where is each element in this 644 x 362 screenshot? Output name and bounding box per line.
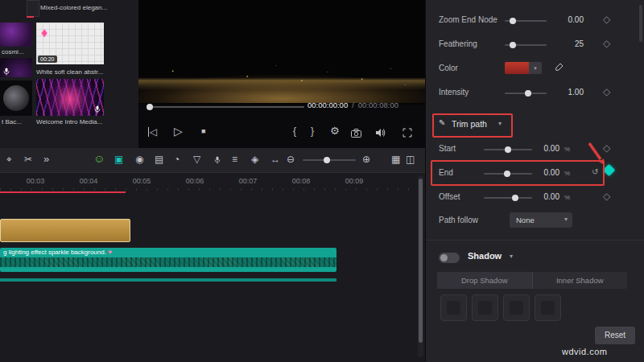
offset-slider[interactable] — [484, 197, 532, 199]
heart-icon: ♥ — [108, 249, 112, 256]
voiceover-mic-icon[interactable] — [214, 156, 221, 164]
shadow-toggle-knob — [440, 254, 448, 261]
shadow-preset[interactable] — [440, 294, 467, 321]
shadow-preset[interactable] — [535, 294, 561, 321]
property-value[interactable]: 0.00 — [532, 192, 559, 201]
audio-mixer-icon[interactable]: ≡ — [232, 154, 237, 164]
shadow-toggle[interactable] — [439, 253, 460, 263]
trim-path-label: Trim path — [452, 119, 487, 129]
media-thumbnail[interactable] — [0, 23, 32, 47]
sparkle-artwork — [138, 50, 425, 103]
volume-icon[interactable] — [375, 128, 386, 138]
crop-icon[interactable]: ▣ — [114, 154, 123, 164]
speed-icon[interactable]: ◔ — [174, 154, 180, 164]
reset-button[interactable]: Reset — [595, 327, 635, 344]
annotation-arrow — [585, 140, 611, 169]
color-swatch-dropdown[interactable]: ▾ — [505, 62, 542, 74]
reset-keyframe-icon[interactable]: ↺ — [592, 168, 598, 176]
sticker-icon[interactable]: ☺ — [93, 153, 105, 164]
color-dropdown-caret[interactable]: ▾ — [529, 62, 542, 74]
property-label: End — [439, 168, 453, 177]
media-panel: Mixed-colored elegan... cosmi... t Bac..… — [0, 0, 138, 148]
trim-path-icon: ✎ — [439, 119, 445, 127]
layout-icon[interactable]: ◫ — [406, 154, 415, 164]
playback-settings-icon[interactable]: ⚙ — [330, 125, 340, 136]
ruler-label: 00:07 — [235, 177, 261, 185]
keyframe-tool-icon[interactable]: ◈ — [251, 154, 258, 164]
mask-icon[interactable]: ▽ — [193, 154, 200, 164]
path-follow-select[interactable]: None ▾ — [510, 212, 572, 228]
video-editor-window: Mixed-colored elegan... cosmi... t Bac..… — [0, 0, 644, 362]
timeline-clip-collapsed[interactable] — [0, 278, 336, 282]
tab-drop-shadow[interactable]: Drop Shadow — [437, 272, 532, 289]
media-thumbnail[interactable] — [0, 58, 32, 77]
media-thumbnail[interactable] — [0, 80, 32, 116]
split-icon[interactable]: ✂ — [24, 154, 32, 164]
property-value[interactable]: 0.00 — [548, 15, 584, 24]
microphone-icon — [3, 68, 10, 76]
property-value[interactable]: 0.00 — [532, 168, 559, 177]
ruler-ticks — [0, 188, 425, 191]
video-canvas — [138, 0, 425, 105]
timecode-display: 00:00:00:00 / 00:00:08:00 — [308, 101, 398, 109]
stop-button[interactable]: ■ — [201, 128, 205, 135]
path-follow-label: Path follow — [439, 216, 478, 224]
feathering-slider-handle[interactable] — [510, 42, 516, 48]
transition-icon[interactable]: ↔ — [270, 154, 280, 164]
media-thumbnail[interactable] — [36, 79, 104, 116]
property-label: Intensity — [439, 88, 469, 97]
intensity-slider-handle[interactable] — [525, 90, 531, 97]
zoom-out-icon[interactable]: ⊖ — [287, 154, 295, 164]
clip-label: g lighting effect sparkle background. ♥ — [3, 249, 112, 256]
snapshot-icon[interactable] — [351, 129, 361, 138]
fullscreen-icon[interactable] — [402, 128, 412, 138]
trim-path-button[interactable]: ✎ Trim path ▾ — [436, 116, 510, 134]
sphere-artwork — [3, 85, 29, 111]
unit-label: % — [564, 170, 570, 177]
path-follow-value: None — [516, 216, 535, 224]
timeline-clip-teal[interactable]: g lighting effect sparkle background. ♥ — [0, 248, 336, 272]
clip-filmstrip — [0, 257, 336, 267]
preview-seek-bar[interactable] — [150, 106, 304, 108]
property-value[interactable]: 1.00 — [548, 88, 584, 97]
property-label: Color — [439, 64, 458, 72]
end-slider-handle[interactable] — [504, 171, 510, 177]
shadow-preset[interactable] — [503, 294, 530, 321]
preview-seek-handle[interactable] — [147, 104, 153, 110]
offset-slider-handle[interactable] — [512, 195, 518, 201]
import-media-icon[interactable]: ▤ — [155, 154, 163, 164]
timeline-scrollbar[interactable] — [419, 179, 423, 343]
media-thumbnail[interactable] — [27, 0, 39, 17]
color-swatch[interactable] — [505, 62, 529, 74]
record-icon[interactable]: ◉ — [135, 154, 143, 164]
more-tools-icon[interactable]: » — [43, 154, 49, 164]
keyframe-diamond-icon[interactable]: ◇ — [603, 191, 610, 201]
keyframe-diamond-icon[interactable]: ◇ — [603, 39, 610, 48]
tab-inner-shadow[interactable]: Inner Shadow — [533, 272, 628, 289]
trim-path-caret: ▾ — [498, 120, 502, 127]
zoom-end-node-slider-handle[interactable] — [510, 18, 516, 24]
property-value[interactable]: 0.00 — [532, 144, 559, 153]
property-value[interactable]: 25 — [548, 39, 584, 48]
property-label: Offset — [439, 192, 460, 201]
start-slider-handle[interactable] — [505, 146, 511, 153]
select-tool-icon[interactable]: ⌖ — [6, 154, 12, 164]
media-item-label: White soft clean abstr... — [36, 68, 133, 76]
timeline-ruler[interactable]: 00:03 00:04 00:05 00:06 00:07 00:08 00:0… — [0, 172, 425, 191]
mark-in-button[interactable]: { — [293, 126, 296, 136]
timeline-zoom-handle[interactable] — [324, 157, 330, 163]
play-button[interactable]: ▷ — [174, 125, 183, 137]
timeline-clip-gold[interactable] — [0, 219, 130, 242]
zoom-in-icon[interactable]: ⊕ — [362, 154, 370, 164]
panel-scrollbar[interactable] — [639, 5, 642, 42]
eyedropper-icon[interactable] — [555, 63, 564, 72]
previous-frame-button[interactable]: ◁ — [148, 127, 157, 137]
media-thumbnail[interactable]: ♦ 00:20 — [36, 23, 104, 64]
track-grid-icon[interactable]: ▦ — [391, 154, 400, 164]
shadow-caret[interactable]: ▾ — [510, 253, 513, 260]
mark-out-button[interactable]: } — [311, 126, 314, 136]
keyframe-diamond-icon[interactable]: ◇ — [603, 14, 610, 24]
shadow-preset[interactable] — [472, 294, 498, 321]
keyframe-diamond-icon[interactable]: ◇ — [603, 87, 610, 97]
render-progress-line — [0, 191, 126, 193]
